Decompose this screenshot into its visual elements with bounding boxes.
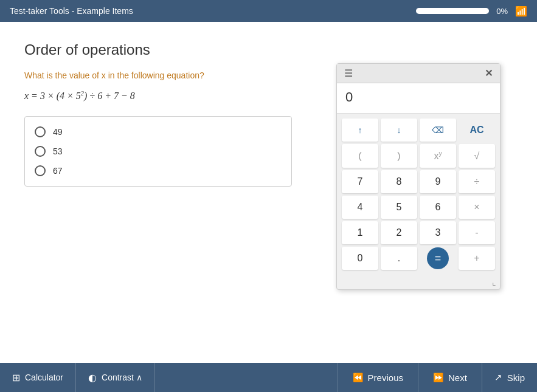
contrast-tool-icon: ◐ [88,372,97,383]
calc-close-paren-button[interactable]: ) [381,144,417,168]
previous-icon: ⏪ [353,373,363,382]
footer-tools: ⊞ Calculator ◐ Contrast ∧ [0,363,155,392]
answer-box: 49 53 67 [24,116,292,187]
skip-icon: ↗ [494,372,502,383]
wifi-icon: 📶 [515,5,527,17]
footer: ⊞ Calculator ◐ Contrast ∧ ⏪ Previous ⏩ N… [0,363,537,392]
calc-down-button[interactable]: ↓ [381,119,417,142]
question-title: Order of operations [24,41,280,58]
calc-5-button[interactable]: 5 [381,196,417,219]
calc-backspace-button[interactable]: ⌫ [420,119,456,142]
calc-resize-corner[interactable]: ⌞ [337,275,500,289]
calc-power-button[interactable]: xy [420,144,456,168]
calc-menu-icon[interactable]: ☰ [344,67,353,79]
answer-label-67: 67 [53,166,63,176]
answer-label-53: 53 [53,146,63,156]
calc-0-button[interactable]: 0 [342,247,378,270]
calc-7-button[interactable]: 7 [342,170,378,193]
main-content: Order of operations What is the value of… [0,22,537,363]
calculator-tool-label: Calculator [25,373,63,382]
footer-nav: ⏪ Previous ⏩ Next ↗ Skip [338,363,537,392]
answer-option-49[interactable]: 49 [35,126,282,137]
calc-plus-button[interactable]: + [459,247,495,270]
next-icon: ⏩ [433,373,443,382]
calculator-widget: ☰ ✕ 0 ↑ ↓ ⌫ AC ( ) xy √ 7 8 9 ÷ 4 5 6 × … [336,63,501,290]
calc-divide-button[interactable]: ÷ [459,170,495,193]
contrast-tool-label: Contrast ∧ [102,373,142,382]
calc-minus-button[interactable]: - [459,221,495,244]
answer-label-49: 49 [53,127,63,137]
calc-equals-button[interactable]: = [427,247,449,269]
calc-open-paren-button[interactable]: ( [342,144,378,168]
calc-4-button[interactable]: 4 [342,196,378,219]
skip-button[interactable]: ↗ Skip [482,363,537,392]
calc-display: 0 [337,83,500,114]
calc-3-button[interactable]: 3 [420,221,456,244]
previous-label: Previous [368,373,403,383]
calculator-tool-button[interactable]: ⊞ Calculator [0,363,76,392]
progress-percent: 0% [496,7,508,16]
contrast-tool-button[interactable]: ◐ Contrast ∧ [76,363,155,392]
header: Test-taker Tools - Example Items 0% 📶 [0,0,537,22]
next-label: Next [448,373,467,383]
radio-49[interactable] [35,126,46,137]
calc-8-button[interactable]: 8 [381,170,417,193]
calc-9-button[interactable]: 9 [420,170,456,193]
calculator-tool-icon: ⊞ [12,372,20,383]
header-right: 0% 📶 [416,5,527,17]
calc-1-button[interactable]: 1 [342,221,378,244]
answer-option-67[interactable]: 67 [35,165,282,176]
calc-decimal-button[interactable]: . [381,247,417,270]
question-area: Order of operations What is the value of… [0,22,304,206]
skip-label: Skip [507,373,525,383]
previous-button[interactable]: ⏪ Previous [338,363,418,392]
calc-header: ☰ ✕ [337,64,500,83]
calc-close-button[interactable]: ✕ [485,67,493,79]
app-title: Test-taker Tools - Example Items [10,6,133,16]
equation: x = 3 × (4 × 52) ÷ 6 + 7 − 8 [24,90,280,101]
calc-multiply-button[interactable]: × [459,196,495,219]
calc-up-button[interactable]: ↑ [342,119,378,142]
calc-ac-button[interactable]: AC [459,119,495,142]
resize-icon: ⌞ [492,277,496,287]
answer-option-53[interactable]: 53 [35,146,282,157]
progress-bar [416,8,489,14]
calc-2-button[interactable]: 2 [381,221,417,244]
next-button[interactable]: ⏩ Next [418,363,482,392]
calc-buttons: ↑ ↓ ⌫ AC ( ) xy √ 7 8 9 ÷ 4 5 6 × 1 2 3 … [337,114,500,275]
question-prompt: What is the value of x in the following … [24,70,280,80]
radio-67[interactable] [35,165,46,176]
calc-6-button[interactable]: 6 [420,196,456,219]
radio-53[interactable] [35,146,46,157]
calc-sqrt-button[interactable]: √ [459,144,495,168]
